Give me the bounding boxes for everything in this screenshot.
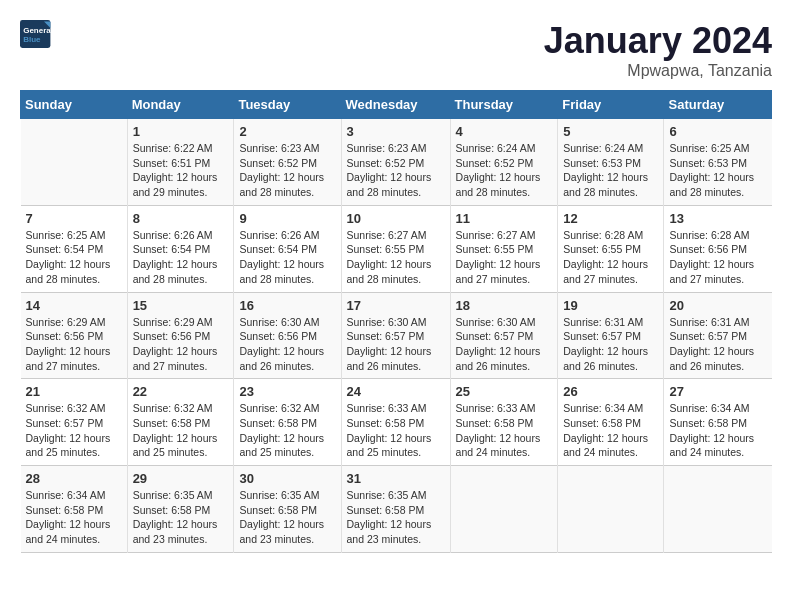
day-info: Sunrise: 6:32 AMSunset: 6:58 PMDaylight:… (133, 402, 218, 458)
calendar-cell: 28 Sunrise: 6:34 AMSunset: 6:58 PMDaylig… (21, 466, 128, 553)
day-info: Sunrise: 6:34 AMSunset: 6:58 PMDaylight:… (563, 402, 648, 458)
day-number: 1 (133, 124, 229, 139)
calendar-cell: 21 Sunrise: 6:32 AMSunset: 6:57 PMDaylig… (21, 379, 128, 466)
day-number: 30 (239, 471, 335, 486)
month-title: January 2024 (544, 20, 772, 62)
calendar-cell: 23 Sunrise: 6:32 AMSunset: 6:58 PMDaylig… (234, 379, 341, 466)
calendar-cell (664, 466, 772, 553)
header-saturday: Saturday (664, 91, 772, 119)
header-sunday: Sunday (21, 91, 128, 119)
calendar-cell: 1 Sunrise: 6:22 AMSunset: 6:51 PMDayligh… (127, 119, 234, 206)
day-number: 29 (133, 471, 229, 486)
day-number: 2 (239, 124, 335, 139)
header-tuesday: Tuesday (234, 91, 341, 119)
calendar-cell: 13 Sunrise: 6:28 AMSunset: 6:56 PMDaylig… (664, 205, 772, 292)
calendar-cell: 17 Sunrise: 6:30 AMSunset: 6:57 PMDaylig… (341, 292, 450, 379)
day-info: Sunrise: 6:32 AMSunset: 6:58 PMDaylight:… (239, 402, 324, 458)
day-info: Sunrise: 6:34 AMSunset: 6:58 PMDaylight:… (669, 402, 754, 458)
calendar-cell: 11 Sunrise: 6:27 AMSunset: 6:55 PMDaylig… (450, 205, 558, 292)
calendar-cell: 31 Sunrise: 6:35 AMSunset: 6:58 PMDaylig… (341, 466, 450, 553)
day-number: 25 (456, 384, 553, 399)
day-number: 12 (563, 211, 658, 226)
day-info: Sunrise: 6:30 AMSunset: 6:57 PMDaylight:… (456, 316, 541, 372)
day-number: 27 (669, 384, 766, 399)
calendar-cell: 27 Sunrise: 6:34 AMSunset: 6:58 PMDaylig… (664, 379, 772, 466)
calendar-cell: 26 Sunrise: 6:34 AMSunset: 6:58 PMDaylig… (558, 379, 664, 466)
day-info: Sunrise: 6:23 AMSunset: 6:52 PMDaylight:… (239, 142, 324, 198)
day-number: 9 (239, 211, 335, 226)
day-info: Sunrise: 6:31 AMSunset: 6:57 PMDaylight:… (669, 316, 754, 372)
day-number: 15 (133, 298, 229, 313)
day-info: Sunrise: 6:28 AMSunset: 6:55 PMDaylight:… (563, 229, 648, 285)
calendar-cell: 5 Sunrise: 6:24 AMSunset: 6:53 PMDayligh… (558, 119, 664, 206)
header-friday: Friday (558, 91, 664, 119)
calendar-week-row: 21 Sunrise: 6:32 AMSunset: 6:57 PMDaylig… (21, 379, 772, 466)
day-number: 10 (347, 211, 445, 226)
day-info: Sunrise: 6:31 AMSunset: 6:57 PMDaylight:… (563, 316, 648, 372)
day-info: Sunrise: 6:29 AMSunset: 6:56 PMDaylight:… (26, 316, 111, 372)
calendar-cell: 30 Sunrise: 6:35 AMSunset: 6:58 PMDaylig… (234, 466, 341, 553)
day-info: Sunrise: 6:27 AMSunset: 6:55 PMDaylight:… (347, 229, 432, 285)
header-monday: Monday (127, 91, 234, 119)
day-number: 18 (456, 298, 553, 313)
calendar-cell: 18 Sunrise: 6:30 AMSunset: 6:57 PMDaylig… (450, 292, 558, 379)
day-info: Sunrise: 6:27 AMSunset: 6:55 PMDaylight:… (456, 229, 541, 285)
day-info: Sunrise: 6:26 AMSunset: 6:54 PMDaylight:… (239, 229, 324, 285)
calendar-cell: 7 Sunrise: 6:25 AMSunset: 6:54 PMDayligh… (21, 205, 128, 292)
header-wednesday: Wednesday (341, 91, 450, 119)
calendar-cell (558, 466, 664, 553)
calendar-table: Sunday Monday Tuesday Wednesday Thursday… (20, 90, 772, 553)
calendar-week-row: 14 Sunrise: 6:29 AMSunset: 6:56 PMDaylig… (21, 292, 772, 379)
day-info: Sunrise: 6:30 AMSunset: 6:56 PMDaylight:… (239, 316, 324, 372)
day-info: Sunrise: 6:35 AMSunset: 6:58 PMDaylight:… (347, 489, 432, 545)
day-number: 3 (347, 124, 445, 139)
day-number: 14 (26, 298, 122, 313)
day-number: 13 (669, 211, 766, 226)
calendar-cell: 3 Sunrise: 6:23 AMSunset: 6:52 PMDayligh… (341, 119, 450, 206)
day-number: 19 (563, 298, 658, 313)
calendar-cell: 29 Sunrise: 6:35 AMSunset: 6:58 PMDaylig… (127, 466, 234, 553)
page-header: General Blue January 2024 Mpwapwa, Tanza… (20, 20, 772, 80)
svg-text:Blue: Blue (23, 35, 41, 44)
day-info: Sunrise: 6:24 AMSunset: 6:52 PMDaylight:… (456, 142, 541, 198)
calendar-cell: 9 Sunrise: 6:26 AMSunset: 6:54 PMDayligh… (234, 205, 341, 292)
calendar-cell: 19 Sunrise: 6:31 AMSunset: 6:57 PMDaylig… (558, 292, 664, 379)
day-info: Sunrise: 6:29 AMSunset: 6:56 PMDaylight:… (133, 316, 218, 372)
day-number: 4 (456, 124, 553, 139)
day-info: Sunrise: 6:32 AMSunset: 6:57 PMDaylight:… (26, 402, 111, 458)
calendar-cell: 10 Sunrise: 6:27 AMSunset: 6:55 PMDaylig… (341, 205, 450, 292)
day-info: Sunrise: 6:35 AMSunset: 6:58 PMDaylight:… (133, 489, 218, 545)
day-number: 23 (239, 384, 335, 399)
calendar-cell: 14 Sunrise: 6:29 AMSunset: 6:56 PMDaylig… (21, 292, 128, 379)
day-number: 17 (347, 298, 445, 313)
day-number: 7 (26, 211, 122, 226)
calendar-cell: 2 Sunrise: 6:23 AMSunset: 6:52 PMDayligh… (234, 119, 341, 206)
calendar-cell: 4 Sunrise: 6:24 AMSunset: 6:52 PMDayligh… (450, 119, 558, 206)
location-subtitle: Mpwapwa, Tanzania (544, 62, 772, 80)
logo-icon: General Blue (20, 20, 52, 48)
header-thursday: Thursday (450, 91, 558, 119)
calendar-cell: 25 Sunrise: 6:33 AMSunset: 6:58 PMDaylig… (450, 379, 558, 466)
day-number: 6 (669, 124, 766, 139)
calendar-cell: 24 Sunrise: 6:33 AMSunset: 6:58 PMDaylig… (341, 379, 450, 466)
calendar-cell (21, 119, 128, 206)
day-info: Sunrise: 6:24 AMSunset: 6:53 PMDaylight:… (563, 142, 648, 198)
calendar-week-row: 28 Sunrise: 6:34 AMSunset: 6:58 PMDaylig… (21, 466, 772, 553)
svg-text:General: General (23, 26, 52, 35)
calendar-cell: 15 Sunrise: 6:29 AMSunset: 6:56 PMDaylig… (127, 292, 234, 379)
day-number: 16 (239, 298, 335, 313)
day-info: Sunrise: 6:23 AMSunset: 6:52 PMDaylight:… (347, 142, 432, 198)
day-number: 20 (669, 298, 766, 313)
calendar-cell: 16 Sunrise: 6:30 AMSunset: 6:56 PMDaylig… (234, 292, 341, 379)
calendar-week-row: 1 Sunrise: 6:22 AMSunset: 6:51 PMDayligh… (21, 119, 772, 206)
day-info: Sunrise: 6:35 AMSunset: 6:58 PMDaylight:… (239, 489, 324, 545)
day-number: 21 (26, 384, 122, 399)
calendar-cell: 20 Sunrise: 6:31 AMSunset: 6:57 PMDaylig… (664, 292, 772, 379)
day-info: Sunrise: 6:22 AMSunset: 6:51 PMDaylight:… (133, 142, 218, 198)
day-number: 5 (563, 124, 658, 139)
day-info: Sunrise: 6:25 AMSunset: 6:54 PMDaylight:… (26, 229, 111, 285)
title-block: January 2024 Mpwapwa, Tanzania (544, 20, 772, 80)
logo: General Blue (20, 20, 56, 48)
calendar-header-row: Sunday Monday Tuesday Wednesday Thursday… (21, 91, 772, 119)
calendar-cell: 22 Sunrise: 6:32 AMSunset: 6:58 PMDaylig… (127, 379, 234, 466)
